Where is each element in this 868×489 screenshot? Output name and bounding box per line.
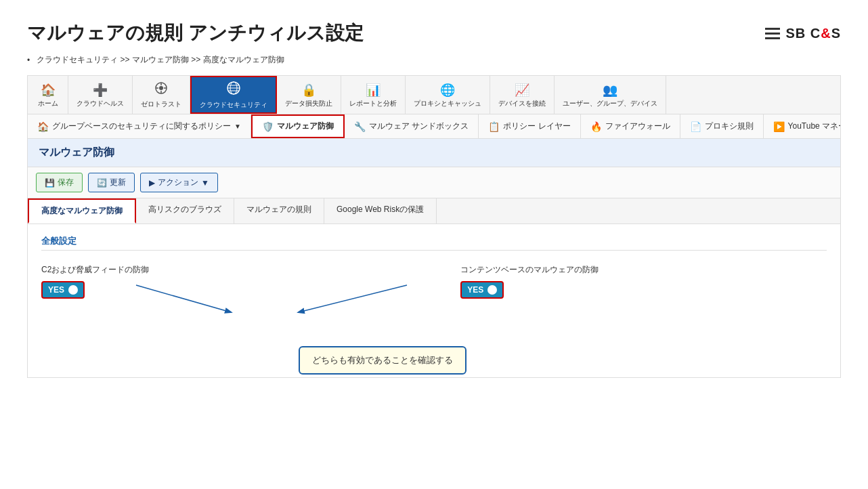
toolbar: 💾 保存 🔄 更新 ▶ アクション ▼	[28, 167, 840, 198]
policy-layer-icon: 📋	[488, 121, 500, 132]
top-nav: 🏠 ホーム ➕ クラウドヘルス ゼロトラスト	[27, 75, 841, 114]
action-button[interactable]: ▶ アクション ▼	[140, 173, 218, 192]
firewall-icon: 🔥	[590, 121, 602, 132]
c2-protection-label: C2および脅威フィードの防御	[41, 264, 149, 276]
nav-cloud-health[interactable]: ➕ クラウドヘルス	[68, 76, 133, 114]
c2-toggle-circle	[68, 285, 78, 295]
content-area: マルウェア防御 💾 保存 🔄 更新 ▶ アクション ▼ 高度なマルウェア防御	[27, 139, 841, 378]
cloud-security-icon	[226, 81, 241, 99]
sub-nav-malware-label: マルウェア防御	[277, 121, 334, 132]
save-button[interactable]: 💾 保存	[36, 173, 83, 192]
c2-toggle-yes[interactable]: YES	[41, 281, 85, 299]
tab-google-web-risk[interactable]: Google Web Riskの保護	[324, 198, 437, 224]
sub-nav: 🏠 グループベースのセキュリティに関するポリシー ▼ 🛡️ マルウェア防御 🔧 …	[27, 114, 841, 139]
action-dropdown-icon: ▼	[201, 178, 209, 188]
sub-nav-malware-sandbox[interactable]: 🔧 マルウェア サンドボックス	[345, 114, 479, 138]
tab-advanced-malware[interactable]: 高度なマルウェア防御	[28, 198, 136, 224]
annotation-area: どちらも有効であることを確認する	[41, 299, 827, 366]
settings-row: C2および脅威フィードの防御 YES コンテンツベースのマルウェアの防御 YES	[41, 264, 827, 299]
nav-data-loss-label: データ損失防止	[285, 100, 332, 108]
annotation-box: どちらも有効であることを確認する	[299, 346, 466, 375]
breadcrumb: クラウドセキュリティ >> マルウェア防御 >> 高度なマルウェア防御	[27, 54, 841, 66]
devices-icon: 📈	[515, 83, 529, 98]
c2-toggle-label: YES	[48, 285, 64, 295]
content-malware-setting: コンテンツベースのマルウェアの防御 YES	[460, 264, 599, 299]
inner-tabs: 高度なマルウェア防御 高リスクのブラウズ マルウェアの規則 Google Web…	[28, 198, 840, 224]
proxy-icon: 🌐	[440, 83, 455, 98]
nav-reports-label: レポートと分析	[349, 100, 397, 108]
content-malware-toggle-yes[interactable]: YES	[460, 281, 504, 299]
nav-users-label: ユーザー、グループ、デバイス	[563, 100, 657, 108]
reports-icon: 📊	[366, 83, 381, 98]
update-button[interactable]: 🔄 更新	[88, 173, 135, 192]
nav-users[interactable]: 👥 ユーザー、グループ、デバイス	[555, 76, 666, 114]
tab-malware-rules[interactable]: マルウェアの規則	[234, 198, 324, 224]
malware-protection-icon: 🛡️	[262, 121, 274, 132]
svg-point-1	[159, 86, 163, 90]
nav-devices[interactable]: 📈 デバイスを接続	[490, 76, 555, 114]
users-icon: 👥	[603, 83, 617, 98]
cloud-health-icon: ➕	[93, 83, 108, 98]
sub-nav-proxy-rules[interactable]: 📄 プロキシ規則	[680, 114, 764, 138]
content-title: マルウェア防御	[28, 139, 840, 167]
sub-nav-youtube[interactable]: ▶️ YouTube マネージャー	[764, 114, 841, 138]
sub-nav-firewall[interactable]: 🔥 ファイアウォール	[581, 114, 680, 138]
nav-proxy-label: プロキシとキャッシュ	[414, 100, 481, 108]
section-title: 全般設定	[41, 235, 827, 251]
sub-nav-group-policy-label: グループベースのセキュリティに関するポリシー	[52, 121, 231, 132]
nav-home[interactable]: 🏠 ホーム	[28, 76, 68, 114]
sub-nav-policy-layer[interactable]: 📋 ポリシー レイヤー	[479, 114, 580, 138]
action-play-icon: ▶	[149, 178, 155, 188]
nav-devices-label: デバイスを接続	[498, 100, 546, 108]
group-policy-icon: 🏠	[37, 121, 49, 132]
content-malware-toggle-circle	[487, 285, 497, 295]
nav-home-label: ホーム	[38, 100, 58, 108]
nav-cloud-health-label: クラウドヘルス	[77, 100, 124, 108]
nav-proxy[interactable]: 🌐 プロキシとキャッシュ	[406, 76, 490, 114]
nav-cloud-security[interactable]: クラウドセキュリティ	[190, 76, 277, 114]
update-icon: 🔄	[97, 178, 107, 188]
data-loss-icon: 🔒	[301, 83, 316, 98]
malware-sandbox-icon: 🔧	[354, 121, 366, 132]
page-title: マルウェアの規則 アンチウィルス設定	[27, 20, 364, 46]
nav-zero-trust-label: ゼロトラスト	[141, 100, 181, 108]
c2-protection-setting: C2および脅威フィードの防御 YES	[41, 264, 149, 299]
sub-nav-youtube-label: YouTube マネージャー	[788, 121, 841, 132]
sub-nav-policy-label: ポリシー レイヤー	[503, 121, 570, 132]
nav-cloud-security-label: クラウドセキュリティ	[200, 101, 267, 109]
proxy-rules-icon: 📄	[690, 121, 701, 132]
annotation-text: どちらも有効であることを確認する	[312, 355, 453, 365]
sub-nav-proxy-rules-label: プロキシ規則	[705, 121, 754, 132]
nav-zero-trust[interactable]: ゼロトラスト	[133, 76, 190, 114]
sub-nav-malware-protection[interactable]: 🛡️ マルウェア防御	[251, 114, 345, 138]
page-header: マルウェアの規則 アンチウィルス設定 SB C&S	[27, 20, 841, 46]
logo-area: SB C&S	[765, 26, 841, 41]
content-malware-label: コンテンツベースのマルウェアの防御	[460, 264, 599, 276]
company-logo: SB C&S	[785, 26, 841, 41]
content-malware-toggle-label: YES	[467, 285, 483, 295]
sub-nav-sandbox-label: マルウェア サンドボックス	[369, 121, 469, 132]
zero-trust-icon	[154, 81, 168, 98]
nav-reports[interactable]: 📊 レポートと分析	[341, 76, 406, 114]
sub-nav-group-policy[interactable]: 🏠 グループベースのセキュリティに関するポリシー ▼	[28, 114, 251, 138]
youtube-icon: ▶️	[773, 121, 785, 132]
dropdown-arrow-icon: ▼	[234, 123, 241, 130]
nav-data-loss[interactable]: 🔒 データ損失防止	[277, 76, 341, 114]
sub-nav-firewall-label: ファイアウォール	[605, 121, 670, 132]
logo-lines-icon	[765, 28, 780, 39]
home-icon: 🏠	[41, 83, 56, 98]
save-icon: 💾	[45, 178, 55, 188]
settings-content: 全般設定 C2および脅威フィードの防御 YES コンテンツベースのマルウェアの防…	[28, 224, 840, 377]
tab-high-risk[interactable]: 高リスクのブラウズ	[136, 198, 234, 224]
